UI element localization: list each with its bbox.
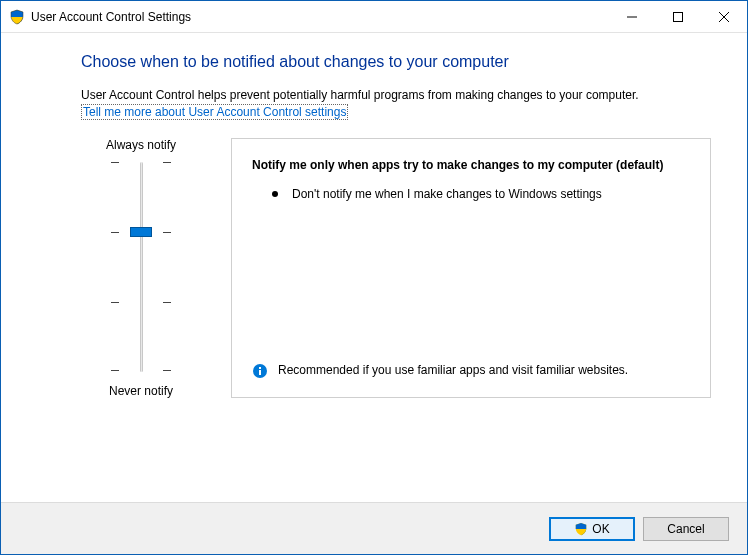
panel-title: Notify me only when apps try to make cha… [252, 157, 690, 174]
panel-recommendation-text: Recommended if you use familiar apps and… [278, 362, 628, 379]
close-button[interactable] [701, 1, 747, 32]
slider-thumb[interactable] [130, 227, 152, 237]
uac-slider[interactable] [111, 162, 171, 372]
bullet-icon [272, 191, 278, 197]
slider-track [140, 162, 143, 372]
footer: OK Cancel [1, 502, 747, 554]
ok-button-label: OK [592, 522, 609, 536]
page-description: User Account Control helps prevent poten… [81, 87, 711, 104]
panel-recommendation: Recommended if you use familiar apps and… [252, 362, 690, 379]
svg-rect-5 [259, 370, 261, 375]
slider-label-top: Always notify [106, 138, 176, 152]
svg-rect-6 [259, 367, 261, 369]
main-row: Always notify Never notify Notify me onl… [81, 138, 711, 398]
page-heading: Choose when to be notified about changes… [81, 53, 711, 71]
window-controls [609, 1, 747, 32]
shield-icon [574, 522, 588, 536]
minimize-button[interactable] [609, 1, 655, 32]
shield-icon [9, 9, 25, 25]
slider-column: Always notify Never notify [81, 138, 201, 398]
titlebar: User Account Control Settings [1, 1, 747, 33]
uac-window: User Account Control Settings Choose whe… [0, 0, 748, 555]
maximize-button[interactable] [655, 1, 701, 32]
info-panel: Notify me only when apps try to make cha… [231, 138, 711, 398]
window-title: User Account Control Settings [31, 10, 609, 24]
learn-more-link[interactable]: Tell me more about User Account Control … [81, 104, 348, 120]
ok-button[interactable]: OK [549, 517, 635, 541]
info-icon [252, 363, 268, 379]
panel-bullet: Don't notify me when I make changes to W… [272, 186, 690, 203]
cancel-button[interactable]: Cancel [643, 517, 729, 541]
slider-label-bottom: Never notify [109, 384, 173, 398]
content-area: Choose when to be notified about changes… [1, 33, 747, 502]
panel-bullet-text: Don't notify me when I make changes to W… [292, 186, 602, 203]
cancel-button-label: Cancel [667, 522, 704, 536]
svg-rect-1 [674, 12, 683, 21]
